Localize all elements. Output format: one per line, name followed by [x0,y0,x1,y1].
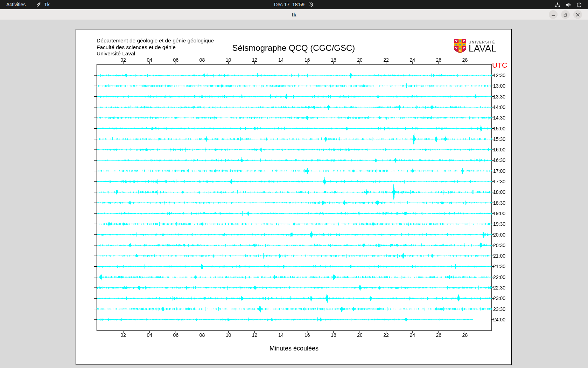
notifications-off-icon[interactable] [309,2,314,7]
x-tick-label-bottom: 16 [304,333,310,338]
utc-row-label: 18:30 [493,200,505,206]
universite-laval-logo: UNIVERSITÉ LAVAL [454,39,497,55]
utc-row-label: 13:00 [493,83,505,89]
x-tick-label-bottom: 08 [200,333,205,338]
utc-row-label: 18:00 [493,189,505,195]
utc-row-label: 15:00 [493,126,505,131]
x-tick-label-top: 08 [200,57,205,62]
x-tick-label-top: 16 [304,57,310,62]
x-tick-label-top: 20 [357,57,363,62]
x-tick-label-top: 10 [226,57,231,62]
utc-row-label: 16:30 [493,157,505,163]
logo-laval-text: LAVAL [469,45,497,52]
x-tick-label-top: 24 [410,57,415,62]
tk-window-background: Département de géologie et de génie géol… [0,20,588,368]
x-tick-label-top: 18 [331,57,336,62]
utc-row-label: 23:00 [493,295,505,301]
utc-row-label: 17:00 [493,168,505,174]
minimize-button[interactable] [549,10,558,19]
system-status-area[interactable] [555,0,588,9]
restore-button[interactable] [561,10,570,19]
plot-title: Séismographe QCQ (CGC/GSC) [76,43,511,53]
x-tick-label-top: 06 [173,57,179,62]
utc-row-label: 24:00 [493,317,505,322]
tk-feather-icon [36,2,41,7]
network-icon [555,2,560,7]
utc-row-label: 16:00 [493,147,505,152]
utc-row-label: 23:30 [493,306,505,312]
x-tick-label-top: 14 [278,57,284,62]
x-tick-label-bottom: 24 [410,333,415,338]
utc-row-label: 14:30 [493,115,505,121]
seismograph-canvas [76,29,511,364]
x-axis-title: Minutes écoulées [76,345,512,352]
x-tick-label-bottom: 12 [252,333,258,338]
utc-row-label: 14:00 [493,104,505,110]
utc-row-label: 13:30 [493,94,505,100]
x-tick-label-bottom: 20 [357,333,363,338]
utc-header: UTC [492,61,507,69]
window-titlebar[interactable]: tk [0,9,588,20]
window-title: tk [292,12,296,18]
activities-label: Activities [6,2,26,7]
x-tick-label-bottom: 22 [383,333,389,338]
utc-row-label: 19:30 [493,221,505,227]
x-tick-label-bottom: 02 [120,333,126,338]
x-tick-label-top: 22 [383,57,389,62]
utc-row-label: 17:30 [493,179,505,184]
seismograph-panel: Département de géologie et de génie géol… [76,29,512,365]
utc-row-label: 21:00 [493,253,505,259]
x-tick-label-top: 04 [147,57,152,62]
close-button[interactable] [573,10,582,19]
power-icon [576,2,582,7]
utc-row-label: 19:00 [493,211,505,216]
utc-row-label: 22:00 [493,274,505,280]
utc-row-label: 21:30 [493,264,505,269]
x-tick-label-top: 02 [120,57,126,62]
utc-row-label: 20:30 [493,243,505,248]
x-tick-label-bottom: 18 [331,333,336,338]
volume-icon [566,2,571,7]
x-tick-label-bottom: 26 [436,333,442,338]
utc-row-label: 20:00 [493,232,505,238]
focused-app-name: Tk [44,2,50,7]
utc-row-label: 15:30 [493,136,505,142]
focused-app-menu[interactable]: Tk [36,2,50,7]
clock[interactable]: Dec 17 18:59 [274,2,304,7]
x-tick-label-top: 26 [436,57,442,62]
x-tick-label-bottom: 10 [226,333,231,338]
gnome-top-bar: Activities Tk Dec 17 18:59 [0,0,588,9]
laval-shield-icon [454,39,467,55]
x-tick-label-bottom: 14 [278,333,284,338]
x-tick-label-top: 12 [252,57,258,62]
utc-row-label: 22:30 [493,285,505,291]
x-tick-label-bottom: 06 [173,333,179,338]
x-tick-label-bottom: 28 [462,333,468,338]
utc-row-label: 12:30 [493,73,505,78]
x-tick-label-bottom: 04 [147,333,152,338]
activities-button[interactable]: Activities [0,0,32,9]
x-tick-label-top: 28 [462,57,468,62]
